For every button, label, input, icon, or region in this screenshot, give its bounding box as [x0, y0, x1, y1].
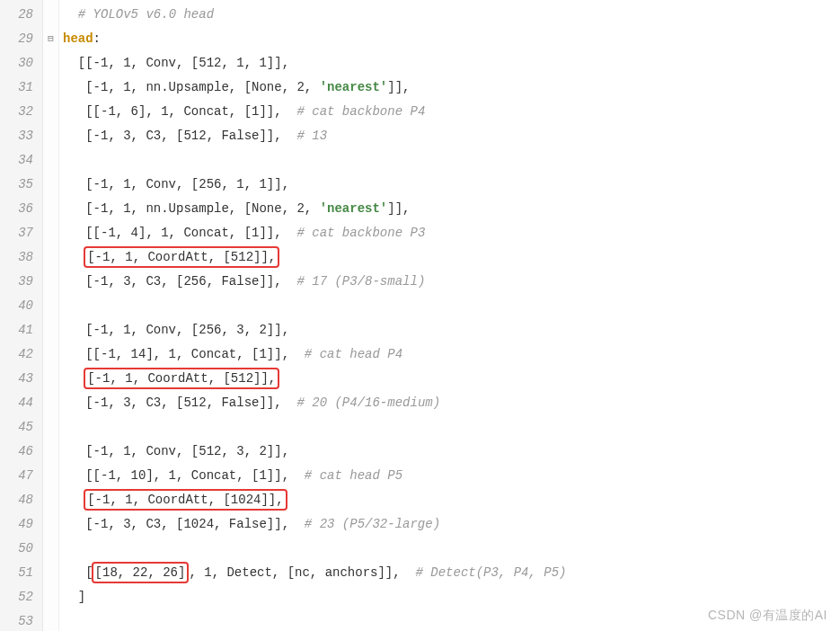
- line-number: 28: [0, 3, 42, 27]
- line-number: 47: [0, 464, 42, 488]
- line-number: 45: [0, 415, 42, 440]
- code-line-33[interactable]: [-1, 3, C3, [512, False]], # 13: [63, 124, 840, 148]
- line-number: 42: [0, 342, 42, 367]
- fold-marker[interactable]: [43, 537, 58, 561]
- code-line-46[interactable]: [-1, 1, Conv, [512, 3, 2]],: [63, 440, 840, 464]
- line-number: 29: [0, 27, 42, 51]
- fold-marker[interactable]: [43, 270, 58, 294]
- fold-marker[interactable]: [43, 294, 58, 318]
- code-line-48[interactable]: [-1, 1, CoordAtt, [1024]],: [63, 488, 840, 512]
- line-number: 46: [0, 440, 42, 464]
- fold-marker[interactable]: [43, 561, 58, 585]
- code-line-40[interactable]: [63, 294, 840, 318]
- line-number: 48: [0, 488, 42, 512]
- code-line-42[interactable]: [[-1, 14], 1, Concat, [1]], # cat head P…: [63, 342, 840, 367]
- fold-marker[interactable]: [43, 76, 58, 100]
- code-line-32[interactable]: [[-1, 6], 1, Concat, [1]], # cat backbon…: [63, 100, 840, 124]
- code-area[interactable]: # YOLOv5 v6.0 headhead: [[-1, 1, Conv, […: [59, 0, 840, 631]
- fold-column: ⊟: [43, 0, 59, 631]
- fold-marker[interactable]: [43, 173, 58, 197]
- code-line-35[interactable]: [-1, 1, Conv, [256, 1, 1]],: [63, 173, 840, 197]
- fold-marker[interactable]: [43, 391, 58, 415]
- code-line-52[interactable]: ]: [63, 585, 840, 609]
- fold-marker[interactable]: [43, 488, 58, 512]
- fold-marker[interactable]: [43, 609, 58, 631]
- code-line-29[interactable]: head:: [63, 27, 840, 51]
- code-line-45[interactable]: [63, 415, 840, 440]
- fold-marker[interactable]: [43, 100, 58, 124]
- code-line-30[interactable]: [[-1, 1, Conv, [512, 1, 1]],: [63, 51, 840, 76]
- code-line-28[interactable]: # YOLOv5 v6.0 head: [63, 3, 840, 27]
- code-line-37[interactable]: [[-1, 4], 1, Concat, [1]], # cat backbon…: [63, 221, 840, 245]
- line-number: 34: [0, 148, 42, 173]
- code-line-49[interactable]: [-1, 3, C3, [1024, False]], # 23 (P5/32-…: [63, 512, 840, 537]
- fold-marker[interactable]: ⊟: [43, 27, 58, 51]
- code-line-39[interactable]: [-1, 3, C3, [256, False]], # 17 (P3/8-sm…: [63, 270, 840, 294]
- line-number: 40: [0, 294, 42, 318]
- fold-marker[interactable]: [43, 585, 58, 609]
- fold-marker[interactable]: [43, 148, 58, 173]
- watermark: CSDN @有温度的AI: [708, 608, 827, 624]
- code-line-31[interactable]: [-1, 1, nn.Upsample, [None, 2, 'nearest'…: [63, 76, 840, 100]
- fold-marker[interactable]: [43, 197, 58, 221]
- line-number-gutter: 2829303132333435363738394041424344454647…: [0, 0, 43, 631]
- line-number: 43: [0, 367, 42, 391]
- fold-marker[interactable]: [43, 318, 58, 342]
- fold-marker[interactable]: [43, 3, 58, 27]
- fold-marker[interactable]: [43, 342, 58, 367]
- line-number: 36: [0, 197, 42, 221]
- line-number: 53: [0, 609, 42, 631]
- code-line-51[interactable]: [[18, 22, 26], 1, Detect, [nc, anchors]]…: [63, 561, 840, 585]
- line-number: 32: [0, 100, 42, 124]
- line-number: 33: [0, 124, 42, 148]
- line-number: 44: [0, 391, 42, 415]
- line-number: 39: [0, 270, 42, 294]
- line-number: 31: [0, 76, 42, 100]
- line-number: 52: [0, 585, 42, 609]
- fold-marker[interactable]: [43, 51, 58, 76]
- code-line-50[interactable]: [63, 537, 840, 561]
- line-number: 30: [0, 51, 42, 76]
- fold-marker[interactable]: [43, 415, 58, 440]
- line-number: 50: [0, 537, 42, 561]
- fold-marker[interactable]: [43, 221, 58, 245]
- line-number: 49: [0, 512, 42, 537]
- code-line-43[interactable]: [-1, 1, CoordAtt, [512]],: [63, 367, 840, 391]
- line-number: 35: [0, 173, 42, 197]
- fold-marker[interactable]: [43, 440, 58, 464]
- line-number: 37: [0, 221, 42, 245]
- fold-marker[interactable]: [43, 512, 58, 537]
- code-line-47[interactable]: [[-1, 10], 1, Concat, [1]], # cat head P…: [63, 464, 840, 488]
- fold-marker[interactable]: [43, 124, 58, 148]
- code-line-44[interactable]: [-1, 3, C3, [512, False]], # 20 (P4/16-m…: [63, 391, 840, 415]
- line-number: 38: [0, 245, 42, 270]
- code-line-36[interactable]: [-1, 1, nn.Upsample, [None, 2, 'nearest'…: [63, 197, 840, 221]
- line-number: 41: [0, 318, 42, 342]
- fold-marker[interactable]: [43, 464, 58, 488]
- code-line-38[interactable]: [-1, 1, CoordAtt, [512]],: [63, 245, 840, 270]
- line-number: 51: [0, 561, 42, 585]
- fold-marker[interactable]: [43, 367, 58, 391]
- code-line-34[interactable]: [63, 148, 840, 173]
- code-line-41[interactable]: [-1, 1, Conv, [256, 3, 2]],: [63, 318, 840, 342]
- fold-marker[interactable]: [43, 245, 58, 270]
